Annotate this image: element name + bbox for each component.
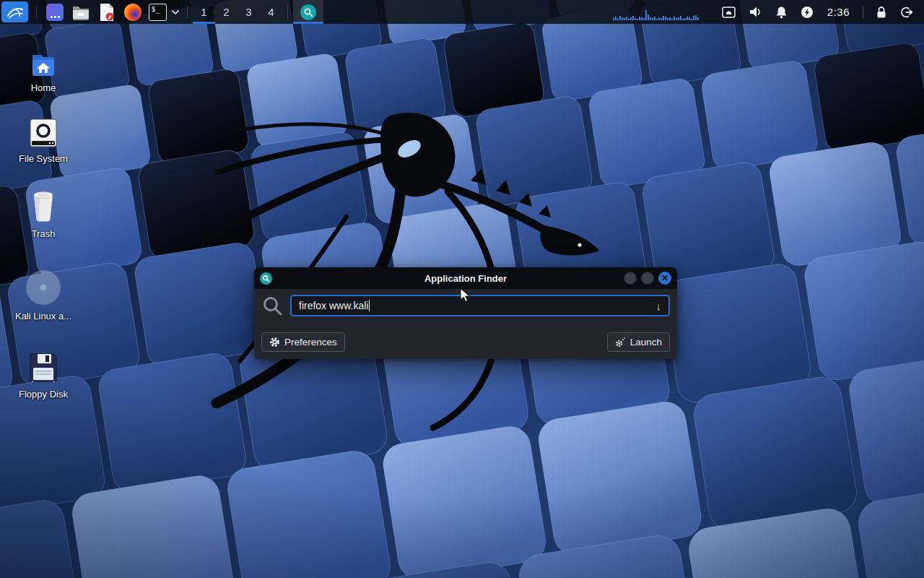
desktop-icon-label: Trash (32, 228, 56, 239)
launcher-firefox[interactable] (120, 1, 146, 22)
search-icon (300, 4, 316, 20)
panel-right-group: 2:36 (613, 0, 920, 24)
kali-menu-icon (6, 4, 25, 20)
desktop-icon-home[interactable]: Home (9, 40, 78, 93)
desktop-icon-label: Kali Linux a... (15, 311, 71, 322)
close-button[interactable]: ✕ (658, 272, 671, 285)
power-manager-icon (801, 6, 814, 19)
search-input-value: firefox www.kali (299, 300, 368, 311)
power-manager-tray-button[interactable] (794, 0, 820, 24)
application-finder-window: Application Finder ✕ firefox www.kali ↓ (254, 267, 677, 359)
floppy-disk-icon (27, 347, 60, 384)
panel-separator (187, 6, 188, 19)
network-tray-button[interactable] (715, 0, 742, 24)
network-icon (722, 7, 736, 18)
launcher-file-manager[interactable] (68, 1, 94, 22)
launch-gear-icon (615, 337, 626, 348)
workspace-switcher: 1 2 3 4 (193, 0, 282, 24)
terminal-dropdown-button[interactable] (169, 1, 182, 22)
clock[interactable]: 2:36 (820, 0, 857, 24)
hard-drive-icon (27, 111, 59, 149)
file-manager-icon (71, 4, 90, 21)
volume-icon (749, 6, 762, 18)
desktop-icon-label: Floppy Disk (19, 389, 68, 400)
close-icon: ✕ (661, 274, 668, 282)
launcher-dashboard[interactable] (42, 1, 68, 22)
lock-screen-button[interactable] (869, 0, 894, 24)
terminal-icon: $_ (149, 4, 167, 21)
workspace-button-2[interactable]: 2 (215, 0, 237, 24)
tray-separator (863, 6, 863, 19)
notifications-bell-icon (775, 6, 788, 19)
desktop-icon-floppy[interactable]: Floppy Disk (9, 347, 78, 400)
chevron-down-icon (171, 9, 180, 15)
mouse-cursor (460, 288, 471, 303)
workspace-button-3[interactable]: 3 (237, 0, 260, 24)
logout-icon (900, 6, 913, 19)
text-caret (369, 300, 370, 311)
workspace-button-4[interactable]: 4 (260, 0, 282, 24)
desktop-icon-file-system[interactable]: File System (9, 111, 78, 164)
trash-bin-icon (27, 186, 60, 224)
panel-separator (36, 6, 37, 19)
titlebar[interactable]: Application Finder ✕ (254, 267, 677, 289)
lock-icon (876, 6, 887, 19)
launch-button[interactable]: Launch (607, 332, 670, 352)
panel-separator (287, 6, 288, 19)
launcher-terminal[interactable]: $_ (146, 1, 169, 22)
firefox-icon (124, 4, 141, 21)
search-input[interactable]: firefox www.kali ↓ (290, 295, 670, 316)
home-folder-icon (27, 40, 59, 78)
window-title: Application Finder (254, 273, 677, 284)
launch-label: Launch (630, 337, 662, 348)
volume-tray-button[interactable] (742, 0, 769, 24)
gear-icon (269, 337, 280, 348)
workspace-button-1[interactable]: 1 (193, 0, 215, 24)
desktop-icon-kali-cdrom[interactable]: Kali Linux a... (9, 269, 78, 322)
entry-dropdown-arrow-icon[interactable]: ↓ (656, 301, 662, 311)
search-icon (261, 295, 283, 316)
launcher-text-editor[interactable] (94, 1, 120, 22)
top-panel: $_ 1 2 3 4 (0, 0, 924, 24)
logout-button[interactable] (894, 0, 920, 24)
kali-menu-button[interactable] (1, 1, 28, 22)
notifications-tray-button[interactable] (769, 0, 794, 24)
cpu-graph[interactable] (613, 0, 705, 24)
preferences-button[interactable]: Preferences (261, 332, 345, 352)
desktop-icon-trash[interactable]: Trash (9, 186, 78, 239)
minimize-button[interactable] (624, 272, 637, 285)
preferences-label: Preferences (284, 337, 337, 348)
desktop-root: $_ 1 2 3 4 (0, 0, 924, 578)
dashboard-icon (46, 4, 64, 21)
cdrom-ghost-icon (25, 269, 62, 306)
taskbar-application-finder-button[interactable] (293, 0, 323, 24)
desktop-icon-label: Home (31, 82, 56, 93)
maximize-button[interactable] (641, 272, 654, 285)
desktop-icon-label: File System (19, 153, 68, 164)
text-editor-icon (98, 3, 116, 22)
